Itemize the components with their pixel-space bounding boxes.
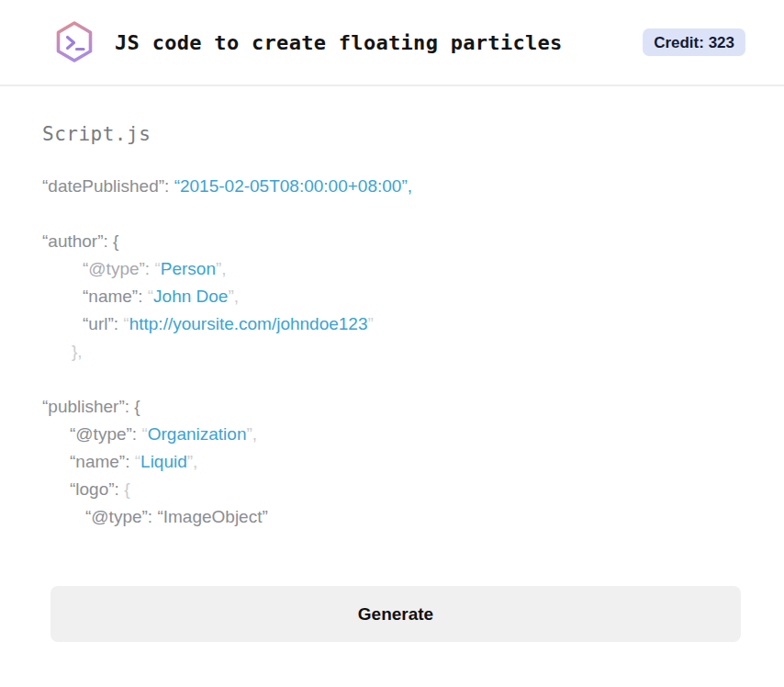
code-segment: ” — [368, 314, 374, 333]
code-line: “logo”: { — [42, 476, 745, 503]
code-segment: { — [124, 479, 129, 499]
main-content: Script.js “datePublished”: “2015-02-05T0… — [0, 86, 784, 642]
code-segment: }, — [72, 342, 83, 361]
code-segment: : — [132, 424, 142, 444]
page-title: JS code to create floating particles — [115, 31, 643, 54]
code-line: “name”: “John Doe”, — [42, 283, 745, 310]
code-segment: Organization — [148, 424, 247, 444]
code-segment: ”, — [187, 452, 198, 471]
code-segment: : — [115, 479, 125, 499]
code-segment: “@type” — [83, 259, 145, 278]
code-segment: Person — [161, 259, 216, 278]
code-line: “@type”: “Organization”, — [42, 421, 745, 448]
code-segment: “url” — [83, 314, 114, 333]
code-line: }, — [42, 338, 745, 366]
code-segment: ”, — [216, 259, 227, 278]
code-segment: Liquid — [140, 452, 187, 471]
code-line: “@type”: “ImageObject” — [42, 503, 745, 531]
code-segment: : — [164, 176, 174, 196]
generate-button[interactable]: Generate — [50, 586, 741, 642]
code-segment: “name” — [83, 287, 138, 306]
code-segment: “@type”: “ImageObject” — [85, 507, 268, 526]
code-segment: : — [138, 287, 148, 306]
script-filename: Script.js — [42, 121, 745, 147]
code-line: “publisher”: { — [42, 393, 745, 421]
code-segment: ”, — [246, 424, 257, 444]
code-line: “datePublished”: “2015-02-05T08:00:00+08… — [42, 173, 745, 200]
code-segment: “2015-02-05T08:00:00+08:00”, — [174, 176, 412, 196]
code-line: “author”: { — [42, 228, 745, 255]
code-segment: “logo” — [70, 479, 115, 499]
terminal-hexagon-icon — [50, 18, 98, 66]
code-segment: “datePublished” — [42, 176, 164, 196]
app-header: JS code to create floating particles Cre… — [0, 0, 784, 86]
code-segment: “@type” — [70, 424, 132, 444]
code-segment: : — [145, 259, 155, 278]
code-line-blank — [42, 200, 745, 228]
code-segment: http://yoursite.com/johndoe123 — [129, 314, 368, 333]
code-line: “@type”: “Person”, — [42, 255, 745, 283]
code-segment: “publisher”: { — [42, 397, 140, 416]
code-line: “url”: “http://yoursite.com/johndoe123” — [42, 310, 745, 338]
credit-badge: Credit: 323 — [643, 28, 745, 56]
code-segment: “name” — [70, 452, 125, 471]
code-segment: ”, — [228, 287, 239, 306]
code-line: “name”: “Liquid”, — [42, 448, 745, 476]
code-segment: : — [114, 314, 124, 333]
code-segment: : — [125, 452, 135, 471]
code-line-blank — [42, 366, 745, 393]
code-segment: “author”: { — [42, 231, 118, 251]
code-block: “datePublished”: “2015-02-05T08:00:00+08… — [42, 173, 745, 531]
code-segment: John Doe — [153, 287, 228, 306]
chevron-right-icon — [68, 38, 74, 49]
